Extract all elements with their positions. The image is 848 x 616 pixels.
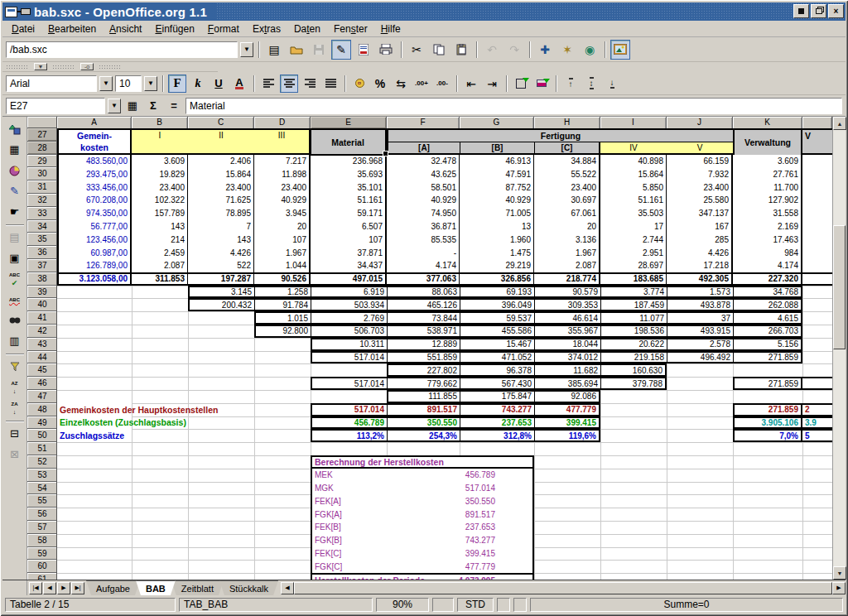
menu-daten[interactable]: Daten (288, 22, 326, 36)
cell-D37[interactable]: 1.044 (254, 259, 311, 272)
cell-K29[interactable]: 3.609 (733, 155, 802, 168)
cell-J43[interactable]: 2.578 (667, 338, 733, 351)
cell-E59[interactable]: FEK[C] (311, 547, 387, 561)
horizontal-scrollbar[interactable]: ◀ ▶ (281, 580, 846, 595)
copy-icon[interactable] (429, 40, 449, 60)
insert-object-icon[interactable] (5, 161, 25, 180)
cell-D41[interactable]: 1.015 (254, 311, 311, 325)
cell-E57[interactable]: FEK[B] (311, 521, 387, 534)
cell-A50[interactable]: Zuschlagssätze (57, 429, 132, 442)
cell-B36[interactable]: 2.459 (132, 246, 188, 259)
sheet-tab-bab[interactable]: BAB (136, 580, 176, 595)
cell-J36[interactable]: 4.426 (667, 246, 733, 259)
vertical-scrollbar[interactable]: ▲ ▼ (832, 117, 846, 580)
cell-E40[interactable]: 503.934 (311, 298, 387, 311)
cell-F40[interactable]: 465.126 (387, 298, 460, 311)
align-top-icon[interactable]: ↑ (561, 75, 580, 93)
new-document-icon[interactable]: ▤ (264, 40, 284, 60)
scroll-left-icon[interactable]: ◀ (281, 582, 294, 594)
cell-F42[interactable]: 538.971 (387, 325, 460, 338)
function-icon[interactable]: = (165, 98, 183, 114)
cell-E48[interactable]: 517.014 (311, 403, 387, 416)
cell-F53[interactable]: 456.789 (387, 469, 534, 482)
cell-F45[interactable]: 227.802 (387, 363, 460, 377)
export-pdf-icon[interactable] (354, 40, 373, 60)
cell-K35[interactable]: 17.463 (733, 233, 802, 246)
sheet-tab-zeitblatt[interactable]: Zeitblatt (171, 580, 224, 595)
cell-G36[interactable]: 1.475 (460, 246, 534, 259)
sum-icon[interactable]: Σ (144, 98, 162, 114)
align-center-icon[interactable] (280, 75, 298, 93)
paste-icon[interactable] (451, 40, 471, 60)
cell-B28[interactable] (132, 142, 188, 155)
cell-E29[interactable]: 236.968 (311, 155, 387, 168)
column-header-J[interactable]: J (667, 117, 733, 128)
cell-B35[interactable]: 214 (132, 233, 188, 246)
cell-G46[interactable]: 567.430 (460, 377, 534, 390)
vertical-scroll-thumb[interactable] (833, 225, 846, 349)
cell-I42[interactable]: 198.536 (600, 325, 667, 338)
ungroup-icon[interactable]: ⊠ (5, 445, 25, 464)
cell-A38[interactable]: 3.123.058,00 (57, 272, 132, 286)
font-color-button[interactable]: A (230, 75, 248, 93)
cell-J29[interactable]: 66.159 (667, 155, 733, 168)
cell-E39[interactable]: 6.919 (311, 286, 387, 299)
cell-J41[interactable]: 37 (667, 311, 733, 325)
bold-button[interactable]: F (168, 75, 186, 93)
data-sources-icon[interactable]: ▥ (5, 331, 25, 351)
cell-E52[interactable]: Berechnung der Herstellkosten (311, 455, 534, 469)
cell-K39[interactable]: 34.768 (733, 286, 802, 299)
cell-E54[interactable]: MGK (311, 482, 387, 495)
row-header-59[interactable]: 59 (27, 547, 57, 561)
print-icon[interactable] (376, 40, 396, 60)
currency-format-icon[interactable]: ¤ (350, 75, 369, 93)
cell-E46[interactable]: 517.014 (311, 377, 387, 390)
insert-frame-icon[interactable]: ▤ (5, 228, 25, 248)
sort-ascending-icon[interactable]: AZ↓ (5, 378, 25, 397)
menu-hilfe[interactable]: Hilfe (375, 22, 407, 36)
cell-E37[interactable]: 34.437 (311, 259, 387, 272)
url-combobox[interactable]: /bab.sxc (6, 41, 238, 58)
cell-F30[interactable]: 43.625 (387, 167, 460, 180)
cell-H35[interactable]: 3.136 (534, 233, 600, 246)
cell-H36[interactable]: 1.967 (534, 246, 600, 259)
redo-icon[interactable]: ↷ (504, 40, 524, 60)
navigator-icon[interactable]: ✚ (535, 40, 555, 60)
cell-L29[interactable] (802, 155, 832, 168)
row-header-30[interactable]: 30 (27, 167, 57, 180)
cell-E49[interactable]: 456.789 (311, 416, 387, 430)
cell-A49[interactable]: Einzelkosten (Zuschlagsbasis) (57, 416, 132, 430)
cell-K46[interactable]: 271.859 (733, 377, 802, 390)
cell-L28[interactable] (802, 142, 832, 155)
cell-I33[interactable]: 35.503 (600, 207, 667, 220)
column-header-K[interactable]: K (733, 117, 802, 128)
cell-I37[interactable]: 28.697 (600, 259, 667, 272)
cell-G45[interactable]: 96.378 (460, 363, 534, 377)
find-replace-icon[interactable] (5, 310, 25, 330)
cell-G43[interactable]: 15.467 (460, 338, 534, 351)
cell-F54[interactable]: 517.014 (387, 482, 534, 495)
cell-E30[interactable]: 35.693 (311, 167, 387, 180)
cell-F39[interactable]: 88.063 (387, 286, 460, 299)
cell-L32[interactable] (802, 194, 832, 207)
cell-J31[interactable]: 23.400 (667, 180, 733, 194)
horizontal-scroll-thumb[interactable] (294, 582, 832, 594)
cell-A31[interactable]: 333.456,00 (57, 180, 132, 194)
row-header-55[interactable]: 55 (27, 494, 57, 508)
grid-body[interactable]: Gemein-IIIIIIMaterialFertigungVerwaltung… (57, 128, 832, 580)
cell-F37[interactable]: 4.174 (387, 259, 460, 272)
cell-H46[interactable]: 385.694 (534, 377, 600, 390)
column-header-F[interactable]: F (387, 117, 460, 128)
row-header-42[interactable]: 42 (27, 325, 57, 338)
cell-K40[interactable]: 262.088 (733, 298, 802, 311)
menu-fenster[interactable]: Fenster (328, 22, 373, 36)
scroll-right-icon[interactable]: ▶ (832, 582, 846, 594)
toolbar-handle[interactable] (6, 65, 29, 69)
cell-K31[interactable]: 11.700 (733, 180, 802, 194)
scroll-up-icon[interactable]: ▲ (833, 117, 846, 130)
select-all-corner[interactable] (27, 117, 57, 128)
draw-functions-icon[interactable]: ✎ (5, 181, 25, 201)
add-decimal-icon[interactable]: .00+ (412, 75, 431, 93)
restore-button[interactable] (811, 4, 826, 18)
cell-A28[interactable]: kosten (57, 142, 132, 155)
